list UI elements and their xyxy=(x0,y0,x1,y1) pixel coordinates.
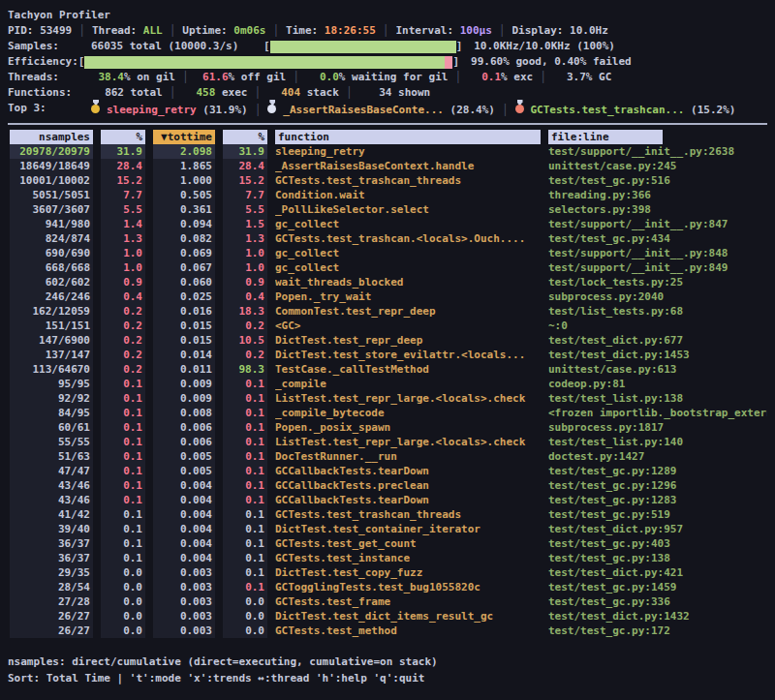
cell-direct-percent: 28.4 xyxy=(101,159,145,173)
cell-direct-percent: 0.2 xyxy=(101,333,145,348)
cell-nsamples: 84/95 xyxy=(10,406,93,420)
cell-function: wait_threads_blocked xyxy=(275,275,541,289)
cell-cumulative-percent: 1.3 xyxy=(223,231,267,246)
tachyon-profiler-window[interactable]: Tachyon Profiler PID: 53499│Thread: ALL│… xyxy=(0,0,775,686)
cell-cumulative-percent: 0.0 xyxy=(223,594,267,609)
cell-cumulative-percent: 0.1 xyxy=(223,377,267,391)
cell-cumulative-percent: 5.5 xyxy=(223,202,267,217)
cell-tottime: 0.082 xyxy=(153,231,215,246)
cell-direct-percent: 1.0 xyxy=(101,260,145,275)
table-row: 43/460.10.0040.1GCCallbackTests.tearDown… xyxy=(0,493,775,507)
cell-nsamples: 36/37 xyxy=(10,551,93,565)
table-row: 29/350.00.0030.1DictTest.test_copy_fuzzt… xyxy=(0,565,775,580)
cell-function: _PollLikeSelector.select xyxy=(275,202,541,217)
table-row: 602/6020.90.0600.9wait_threads_blockedte… xyxy=(0,275,775,289)
status-value: 10.0Hz xyxy=(570,23,608,39)
cell-nsamples: 668/668 xyxy=(10,260,93,275)
cell-function: GCTests.test_trashcan_threads xyxy=(275,507,541,522)
table-row: 162/120590.20.01618.3CommonTest.test_rep… xyxy=(0,304,775,319)
cell-direct-percent: 0.1 xyxy=(101,391,145,406)
cell-file-line: unittest/case.py:245 xyxy=(548,159,767,173)
top3-function-name: sleeping_retry xyxy=(107,104,202,116)
cell-tottime: 0.011 xyxy=(153,362,215,377)
cell-file-line: codeop.py:81 xyxy=(548,377,767,391)
status-label: Interval: xyxy=(395,23,459,39)
cell-cumulative-percent: 0.1 xyxy=(223,420,267,435)
column-header-cumulative-percent[interactable]: % xyxy=(223,130,267,144)
cell-function: DictTest.test_repr_deep xyxy=(275,333,541,348)
app-title: Tachyon Profiler xyxy=(0,8,775,23)
cell-cumulative-percent: 7.7 xyxy=(223,188,267,202)
threads-segments: 38.4% on gil│61.6% off gil│0.0% waiting … xyxy=(91,70,611,85)
table-row: 39/400.10.0040.1DictTest.test_container_… xyxy=(0,522,775,536)
cell-file-line: test/test_dict.py:421 xyxy=(548,565,767,580)
cell-direct-percent: 0.2 xyxy=(101,319,145,333)
cell-direct-percent: 0.2 xyxy=(101,348,145,362)
cell-function: GCTests.test_trashcan.<locals>.Ouch.... xyxy=(275,231,541,246)
cell-cumulative-percent: 28.4 xyxy=(223,159,267,173)
cell-nsamples: 3607/3607 xyxy=(10,202,93,217)
status-value: 0m06s xyxy=(233,23,265,39)
cell-nsamples: 147/6900 xyxy=(10,333,93,348)
cell-file-line: unittest/case.py:613 xyxy=(548,362,767,377)
cell-cumulative-percent: 0.1 xyxy=(223,507,267,522)
separator-icon: │ xyxy=(492,23,512,39)
cell-file-line: test/test_gc.py:516 xyxy=(548,173,767,188)
medal-silver-icon xyxy=(267,100,276,113)
cell-function: DictTest.test_copy_fuzz xyxy=(275,565,541,580)
cell-nsamples: 27/28 xyxy=(10,594,93,609)
cell-tottime: 0.004 xyxy=(153,493,215,507)
separator-icon: │ xyxy=(376,23,396,39)
cell-cumulative-percent: 0.1 xyxy=(223,449,267,464)
threads-value: 38.4 xyxy=(91,70,124,85)
column-header-direct-percent[interactable]: % xyxy=(101,130,145,144)
cell-cumulative-percent: 0.1 xyxy=(223,551,267,565)
table-row: 26/270.00.0030.0DictTest.test_dict_items… xyxy=(0,609,775,624)
cell-file-line: test/test_gc.py:1459 xyxy=(548,580,767,594)
cell-cumulative-percent: 1.0 xyxy=(223,260,267,275)
cell-tottime: 0.060 xyxy=(153,275,215,289)
status-value: 53499 xyxy=(40,23,72,39)
functions-text: shown xyxy=(392,86,431,99)
cell-tottime: 0.003 xyxy=(153,565,215,580)
legend-nsamples: nsamples: direct/cumulative (direct=exec… xyxy=(0,654,775,670)
cell-tottime: 2.098 xyxy=(153,144,215,159)
separator-icon: │ xyxy=(495,104,515,116)
cell-function: GCTests.test_instance xyxy=(275,551,541,565)
column-header-nsamples[interactable]: nsamples xyxy=(10,130,93,144)
column-header-tottime-sort[interactable]: ▼tottime xyxy=(153,130,215,144)
cell-direct-percent: 1.3 xyxy=(101,231,145,246)
separator-icon: │ xyxy=(248,86,268,99)
medal-bronze-disc xyxy=(515,105,524,113)
status-label: Uptime: xyxy=(182,23,233,39)
cell-tottime: 0.025 xyxy=(153,289,215,304)
threads-text: % exc xyxy=(501,71,533,83)
cell-function: Popen._posix_spawn xyxy=(275,420,541,435)
cell-tottime: 0.005 xyxy=(153,449,215,464)
cell-direct-percent: 0.0 xyxy=(101,565,145,580)
cell-file-line: subprocess.py:2040 xyxy=(548,289,767,304)
status-label: Display: xyxy=(512,23,570,39)
cell-nsamples: 28/54 xyxy=(10,580,93,594)
top3-label: Top 3: xyxy=(8,101,91,116)
cell-file-line: test/test_list.py:140 xyxy=(548,435,767,449)
cell-nsamples: 246/246 xyxy=(10,289,93,304)
cell-function: _AssertRaisesBaseContext.handle xyxy=(275,159,541,173)
table-row: 55/550.10.0060.1ListTest.test_repr_large… xyxy=(0,435,775,449)
samples-bar-close-bracket: ] xyxy=(456,39,463,54)
column-header-file-line[interactable]: file:line xyxy=(548,130,767,144)
cell-nsamples: 51/63 xyxy=(10,449,93,464)
cell-file-line: test/test_gc.py:403 xyxy=(548,536,767,551)
top3-percent: (28.4%) xyxy=(450,104,495,116)
table-row: 43/460.10.0040.1GCCallbackTests.preclean… xyxy=(0,478,775,493)
cell-nsamples: 824/874 xyxy=(10,231,93,246)
table-row: 10001/1000215.21.00015.2GCTests.test_tra… xyxy=(0,173,775,188)
separator-icon: │ xyxy=(286,71,306,83)
column-header-function[interactable]: function xyxy=(275,130,541,144)
cell-tottime: 0.067 xyxy=(153,260,215,275)
table-row: 51/630.10.0050.1DocTestRunner.__rundocte… xyxy=(0,449,775,464)
cell-nsamples: 60/61 xyxy=(10,420,93,435)
table-row: 5051/50517.70.5057.7Condition.waitthread… xyxy=(0,188,775,202)
cell-tottime: 0.094 xyxy=(153,217,215,231)
cell-file-line: ~:0 xyxy=(548,319,767,333)
